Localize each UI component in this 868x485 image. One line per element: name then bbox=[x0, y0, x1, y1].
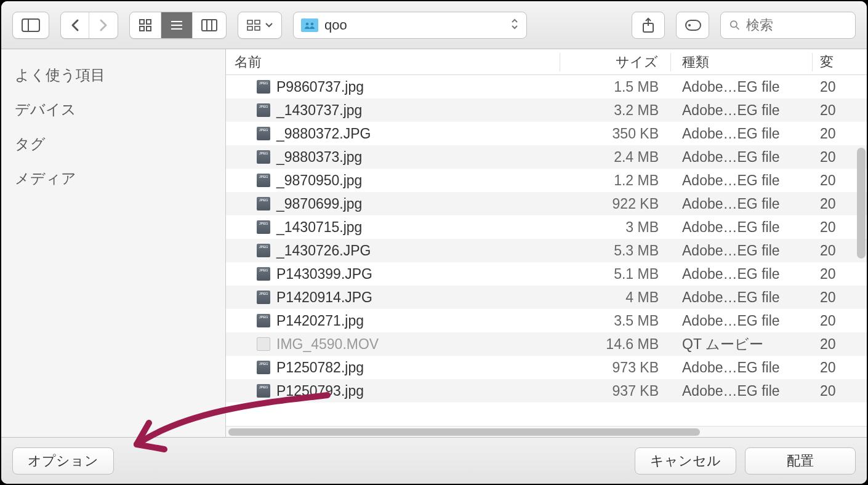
file-row[interactable]: P1250782.jpg973 KBAdobe…EG file20 bbox=[226, 356, 867, 379]
nav-buttons bbox=[60, 12, 118, 39]
file-row[interactable]: _1430726.JPG5.3 MBAdobe…EG file20 bbox=[226, 239, 867, 262]
svg-rect-13 bbox=[247, 26, 252, 30]
file-name-label: P9860737.jpg bbox=[276, 79, 364, 95]
arrange-icon bbox=[247, 20, 262, 31]
file-kind-label: Adobe…EG file bbox=[671, 289, 813, 306]
chevron-updown-icon bbox=[510, 17, 519, 33]
file-kind-label: Adobe…EG file bbox=[671, 242, 813, 259]
file-name-label: _9870950.jpg bbox=[276, 172, 362, 189]
file-row[interactable]: P1420914.JPG4 MBAdobe…EG file20 bbox=[226, 286, 867, 309]
place-button[interactable]: 配置 bbox=[745, 447, 856, 475]
file-name-label: _9880373.jpg bbox=[276, 149, 362, 166]
file-row[interactable]: _9870699.jpg922 KBAdobe…EG file20 bbox=[226, 192, 867, 215]
tags-button[interactable] bbox=[676, 12, 709, 39]
file-row[interactable]: _1430737.jpg3.2 MBAdobe…EG file20 bbox=[226, 98, 867, 122]
sidebar-toggle-icon bbox=[22, 18, 40, 32]
arrange-button[interactable] bbox=[238, 12, 282, 39]
file-name-label: P1250793.jpg bbox=[276, 383, 364, 399]
sidebar-item-devices[interactable]: デバイス bbox=[1, 92, 225, 127]
file-row[interactable]: _1430715.jpg3 MBAdobe…EG file20 bbox=[226, 215, 867, 239]
share-button[interactable] bbox=[632, 12, 665, 39]
column-header-size[interactable]: サイズ bbox=[560, 53, 671, 71]
file-row[interactable]: P1420271.jpg3.5 MBAdobe…EG file20 bbox=[226, 309, 867, 332]
chevron-down-icon bbox=[265, 23, 273, 28]
file-kind-label: Adobe…EG file bbox=[671, 149, 813, 166]
file-size-label: 937 KB bbox=[560, 383, 671, 399]
search-field[interactable] bbox=[720, 12, 856, 39]
file-row[interactable]: _9880373.jpg2.4 MBAdobe…EG file20 bbox=[226, 145, 867, 169]
file-row[interactable]: IMG_4590.MOV14.6 MBQT ムービー20 bbox=[226, 332, 867, 356]
file-size-label: 5.3 MB bbox=[560, 242, 671, 259]
svg-rect-0 bbox=[22, 19, 39, 31]
file-kind-label: Adobe…EG file bbox=[671, 126, 813, 142]
file-modified-label: 20 bbox=[813, 102, 867, 119]
file-size-label: 3.5 MB bbox=[560, 313, 671, 329]
file-row[interactable]: _9870950.jpg1.2 MBAdobe…EG file20 bbox=[226, 169, 867, 192]
file-kind-label: Adobe…EG file bbox=[671, 383, 813, 399]
file-kind-label: QT ムービー bbox=[671, 335, 813, 354]
svg-rect-4 bbox=[140, 26, 144, 31]
file-kind-label: Adobe…EG file bbox=[671, 102, 813, 119]
sidebar-item-media[interactable]: メディア bbox=[1, 161, 225, 196]
file-modified-label: 20 bbox=[813, 126, 867, 142]
column-header-row: 名前 サイズ 種類 変 bbox=[226, 49, 867, 75]
vertical-scrollbar-thumb[interactable] bbox=[857, 148, 866, 259]
file-row[interactable]: P9860737.jpg1.5 MBAdobe…EG file20 bbox=[226, 75, 867, 98]
file-row[interactable]: _9880372.JPG350 KBAdobe…EG file20 bbox=[226, 122, 867, 145]
file-name-label: _1430715.jpg bbox=[276, 219, 362, 236]
column-header-modified[interactable]: 変 bbox=[813, 53, 867, 71]
share-icon bbox=[641, 17, 655, 33]
file-kind-label: Adobe…EG file bbox=[671, 172, 813, 189]
folder-path-button[interactable]: qoo bbox=[293, 12, 527, 39]
file-name-label: _9870699.jpg bbox=[276, 196, 362, 212]
file-kind-label: Adobe…EG file bbox=[671, 196, 813, 212]
file-type-icon bbox=[257, 127, 270, 140]
column-header-name[interactable]: 名前 bbox=[226, 53, 560, 71]
chevron-right-icon bbox=[98, 18, 108, 32]
view-icon-button[interactable] bbox=[130, 12, 161, 38]
file-modified-label: 20 bbox=[813, 289, 867, 306]
file-size-label: 350 KB bbox=[560, 126, 671, 142]
file-size-label: 5.1 MB bbox=[560, 266, 671, 283]
file-type-icon bbox=[257, 314, 270, 327]
file-size-label: 1.2 MB bbox=[560, 172, 671, 189]
file-type-icon bbox=[257, 103, 270, 117]
file-name-label: P1250782.jpg bbox=[276, 359, 364, 376]
horizontal-scrollbar-thumb[interactable] bbox=[228, 428, 700, 436]
horizontal-scrollbar[interactable] bbox=[226, 426, 867, 437]
main-area: よく使う項目 デバイス タグ メディア 名前 サイズ 種類 変 P9860737… bbox=[1, 49, 867, 437]
file-size-label: 3 MB bbox=[560, 219, 671, 236]
nav-back-button[interactable] bbox=[61, 12, 89, 38]
file-kind-label: Adobe…EG file bbox=[671, 79, 813, 95]
sidebar-item-tags[interactable]: タグ bbox=[1, 127, 225, 161]
file-type-icon bbox=[257, 291, 270, 304]
file-name-label: IMG_4590.MOV bbox=[276, 336, 379, 353]
svg-rect-3 bbox=[147, 20, 151, 24]
file-list[interactable]: P9860737.jpg1.5 MBAdobe…EG file20_143073… bbox=[226, 75, 867, 437]
file-kind-label: Adobe…EG file bbox=[671, 219, 813, 236]
column-header-kind[interactable]: 種類 bbox=[671, 53, 813, 71]
svg-rect-12 bbox=[247, 20, 252, 24]
view-column-button[interactable] bbox=[193, 12, 226, 38]
file-row[interactable]: P1250793.jpg937 KBAdobe…EG file20 bbox=[226, 379, 867, 403]
toolbar: qoo bbox=[1, 1, 867, 49]
svg-point-21 bbox=[688, 24, 691, 26]
sidebar-toggle-button[interactable] bbox=[12, 12, 49, 39]
cancel-button[interactable]: キャンセル bbox=[635, 447, 736, 475]
file-size-label: 922 KB bbox=[560, 196, 671, 212]
file-size-label: 4 MB bbox=[560, 289, 671, 306]
view-list-button[interactable] bbox=[161, 12, 193, 38]
file-type-icon bbox=[257, 267, 270, 281]
nav-forward-button[interactable] bbox=[89, 12, 118, 38]
svg-rect-14 bbox=[255, 20, 260, 24]
svg-rect-20 bbox=[686, 20, 701, 30]
search-input[interactable] bbox=[746, 17, 846, 33]
file-name-label: P1420914.JPG bbox=[276, 289, 372, 306]
options-button[interactable]: オプション bbox=[12, 447, 114, 475]
grid-icon bbox=[139, 18, 152, 32]
dialog-footer: オプション キャンセル 配置 bbox=[1, 437, 867, 484]
file-name-label: _9880372.JPG bbox=[276, 126, 371, 142]
file-row[interactable]: P1430399.JPG5.1 MBAdobe…EG file20 bbox=[226, 262, 867, 286]
sidebar-item-favorites[interactable]: よく使う項目 bbox=[1, 58, 225, 92]
file-list-area: 名前 サイズ 種類 変 P9860737.jpg1.5 MBAdobe…EG f… bbox=[226, 49, 867, 437]
